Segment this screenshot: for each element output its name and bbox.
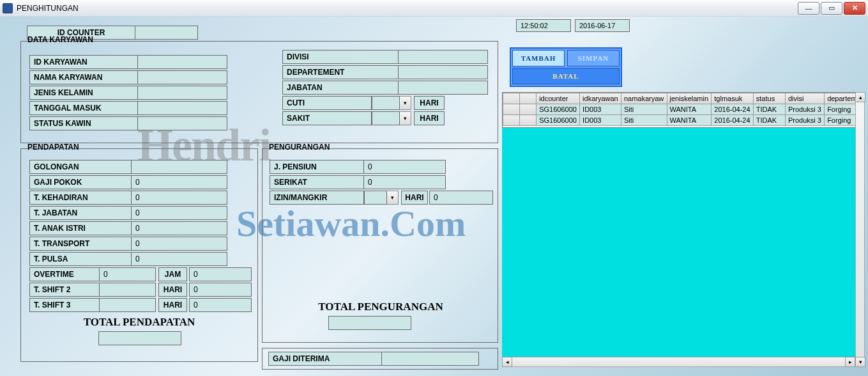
legend-pengurangan: PENGURANGAN: [268, 143, 331, 152]
label-t-pulsa: T. PULSA: [29, 252, 132, 266]
scroll-up-icon[interactable]: ▴: [855, 92, 865, 102]
data-grid-header: idcounter idkaryawan namakaryaw jeniskel…: [502, 92, 865, 128]
clock-date: 2016-06-17: [575, 19, 630, 32]
label-t-kehadiran: T. KEHADIRAN: [29, 191, 132, 205]
select-cuti[interactable]: [372, 96, 400, 110]
chevron-down-icon[interactable]: ▾: [400, 111, 411, 125]
label-jabatan: JABATAN: [282, 81, 399, 95]
label-izin: IZIN/MANGKIR: [270, 191, 364, 205]
col-namakaryaw[interactable]: namakaryaw: [621, 93, 667, 104]
unit-overtime: JAM: [158, 267, 187, 281]
input-tanggal-masuk[interactable]: [138, 101, 227, 115]
label-pensiun: J. PENSIUN: [270, 160, 364, 174]
col-idcounter[interactable]: idcounter: [537, 93, 580, 104]
horizontal-scrollbar[interactable]: [502, 357, 855, 367]
window-title: PENGHITUNGAN: [17, 4, 798, 13]
input-shift2-amount[interactable]: 0: [189, 283, 252, 297]
label-t-anak-istri: T. ANAK ISTRI: [29, 221, 132, 235]
label-overtime: OVERTIME: [29, 267, 100, 281]
maximize-button[interactable]: ▭: [821, 2, 842, 15]
close-button[interactable]: ✕: [844, 2, 865, 15]
label-total-pengurangan: TOTAL PENGURANGAN: [289, 301, 473, 313]
label-golongan: GOLONGAN: [29, 160, 132, 174]
label-gaji-pokok: GAJI POKOK: [29, 175, 132, 189]
label-t-jabatan: T. JABATAN: [29, 206, 132, 220]
col-tglmasuk[interactable]: tglmasuk: [712, 93, 754, 104]
label-tanggal-masuk: TANGGAL MASUK: [29, 101, 138, 115]
label-cuti: CUTI: [282, 96, 372, 110]
legend-pendapatan: PENDAPATAN: [26, 143, 80, 152]
label-gaji-diterima: GAJI DITERIMA: [268, 352, 382, 366]
label-jenis-kelamin: JENIS KELAMIN: [29, 86, 138, 100]
label-shift2: T. SHIFT 2: [29, 283, 100, 297]
select-sakit[interactable]: [372, 111, 400, 125]
input-overtime-hours[interactable]: 0: [100, 267, 156, 281]
scroll-right-icon[interactable]: ▸: [845, 357, 855, 367]
input-gaji-diterima[interactable]: [382, 352, 479, 366]
label-divisi: DIVISI: [282, 50, 399, 64]
input-jabatan[interactable]: [399, 81, 488, 95]
table-row[interactable]: SG1606000ID003SitiWANITA2016-04-24TIDAKP…: [503, 104, 864, 115]
table-row[interactable]: SG1606000ID003SitiWANITA2016-04-24TIDAKP…: [503, 115, 864, 126]
label-sakit: SAKIT: [282, 111, 372, 125]
chevron-down-icon[interactable]: ▾: [400, 96, 411, 110]
batal-button[interactable]: BATAL: [512, 68, 620, 84]
label-id-karyawan: ID KARYAWAN: [29, 55, 138, 69]
label-departement: DEPARTEMENT: [282, 65, 399, 79]
input-shift3-days[interactable]: [100, 298, 156, 312]
unit-shift2: HARI: [158, 283, 187, 297]
vertical-scrollbar[interactable]: [855, 92, 865, 367]
input-departement[interactable]: [399, 65, 488, 79]
input-divisi[interactable]: [399, 50, 488, 64]
input-shift2-days[interactable]: [100, 283, 156, 297]
scroll-down-icon[interactable]: ▾: [855, 357, 865, 367]
input-total-pengurangan[interactable]: [328, 316, 411, 330]
idcounter-value[interactable]: [135, 26, 198, 40]
label-status-kawin: STATUS KAWIN: [29, 116, 138, 130]
unit-izin: HARI: [401, 191, 428, 205]
col-idkaryawan[interactable]: idkaryawan: [580, 93, 621, 104]
label-nama-karyawan: NAMA KARYAWAN: [29, 70, 138, 84]
input-overtime-amount[interactable]: 0: [189, 267, 252, 281]
input-serikat[interactable]: 0: [364, 175, 446, 189]
tambah-button[interactable]: TAMBAH: [512, 50, 565, 67]
input-status-kawin[interactable]: [138, 116, 227, 130]
data-grid-empty-area: [502, 128, 855, 357]
input-nama-karyawan[interactable]: [138, 70, 227, 84]
window-titlebar: PENGHITUNGAN — ▭ ✕: [0, 0, 868, 17]
input-t-jabatan[interactable]: 0: [132, 206, 227, 220]
unit-shift3: HARI: [158, 298, 187, 312]
scroll-left-icon[interactable]: ◂: [502, 357, 512, 367]
legend-data-karyawan: DATA KARYAWAN: [26, 35, 95, 44]
simpan-button[interactable]: SIMPAN: [567, 50, 620, 67]
input-shift3-amount[interactable]: 0: [189, 298, 252, 312]
input-golongan[interactable]: [132, 160, 227, 174]
chevron-down-icon[interactable]: ▾: [387, 191, 399, 205]
app-icon: [3, 3, 13, 13]
label-serikat: SERIKAT: [270, 175, 364, 189]
input-izin-amount[interactable]: 0: [429, 191, 493, 205]
input-id-karyawan[interactable]: [138, 55, 227, 69]
input-t-kehadiran[interactable]: 0: [132, 191, 227, 205]
select-izin[interactable]: [364, 191, 387, 205]
minimize-button[interactable]: —: [798, 2, 819, 15]
unit-sakit: HARI: [414, 111, 445, 125]
input-total-pendapatan[interactable]: [98, 331, 181, 345]
label-shift3: T. SHIFT 3: [29, 298, 100, 312]
col-jeniskelamin[interactable]: jeniskelamin: [667, 93, 712, 104]
input-t-transport[interactable]: 0: [132, 237, 227, 251]
label-t-transport: T. TRANSPORT: [29, 237, 132, 251]
input-t-pulsa[interactable]: 0: [132, 252, 227, 266]
input-gaji-pokok[interactable]: 0: [132, 175, 227, 189]
input-pensiun[interactable]: 0: [364, 160, 446, 174]
label-total-pendapatan: TOTAL PENDAPATAN: [64, 316, 215, 329]
input-t-anak-istri[interactable]: 0: [132, 221, 227, 235]
clock-time: 12:50:02: [516, 19, 571, 32]
input-jenis-kelamin[interactable]: [138, 86, 227, 100]
col-divisi[interactable]: divisi: [785, 93, 824, 104]
unit-cuti: HARI: [414, 96, 445, 110]
col-status[interactable]: status: [753, 93, 785, 104]
